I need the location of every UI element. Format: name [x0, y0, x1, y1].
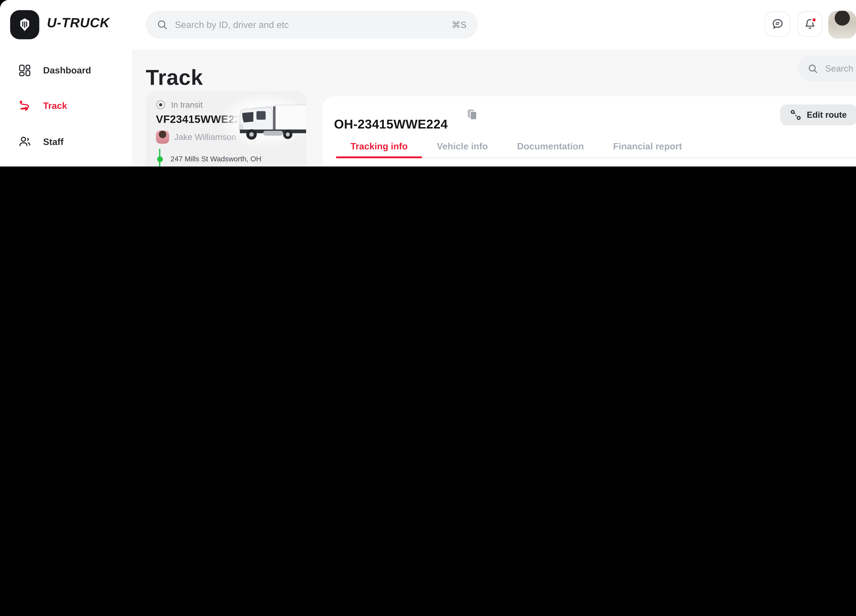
notification-dot — [811, 17, 817, 23]
shipment-detail-panel: OH-23415WWE224 Edit route — [323, 96, 856, 166]
detail-tabs: Tracking info Vehicle info Documentation… — [336, 134, 697, 158]
track-search[interactable] — [798, 55, 856, 81]
chat-bubble-icon — [771, 18, 784, 31]
search-icon — [808, 64, 818, 73]
detail-shipment-id: OH-23415WWE224 — [334, 117, 448, 131]
brand-logo[interactable] — [10, 10, 39, 39]
sidebar-item-warehouses[interactable]: Warehouses — [0, 165, 132, 166]
staff-icon — [18, 135, 32, 149]
shield-icon — [17, 17, 32, 32]
top-bar: U-TRUCK ⌘S — [0, 0, 856, 49]
sidebar-item-label: Track — [43, 101, 67, 111]
sidebar-item-label: Dashboard — [43, 65, 91, 75]
notifications-button[interactable] — [797, 11, 823, 37]
edit-route-label: Edit route — [807, 110, 847, 120]
main-content: Track In transit VF23415WWE224 — [132, 49, 856, 166]
tab-tracking-info[interactable]: Tracking info — [336, 134, 422, 158]
user-avatar[interactable] — [828, 11, 856, 39]
stop: 98 Spring Valley Rd Crown City, OH — [157, 165, 296, 166]
sidebar-item-dashboard[interactable]: Dashboard — [0, 58, 132, 83]
track-search-input[interactable] — [824, 63, 856, 74]
route-icon — [18, 99, 32, 112]
stop-dot — [157, 156, 163, 162]
sidebar: Dashboard Track Staff Warehouses — [0, 49, 132, 166]
dashboard-icon — [18, 63, 32, 77]
tab-vehicle-info[interactable]: Vehicle info — [422, 134, 502, 158]
edit-route-button[interactable]: Edit route — [780, 104, 856, 125]
driver-avatar — [156, 131, 169, 144]
stops-list: 247 Mills St Wadsworth, OH 98 Spring Val… — [156, 153, 296, 166]
copy-icon — [467, 109, 477, 120]
app-window: U-TRUCK ⌘S — [0, 0, 856, 166]
tab-documentation[interactable]: Documentation — [502, 134, 599, 158]
search-shortcut: ⌘S — [452, 20, 466, 30]
tab-financial-report[interactable]: Financial report — [599, 134, 697, 158]
edit-route-icon — [790, 109, 801, 120]
stop: 247 Mills St Wadsworth, OH — [157, 153, 296, 165]
page-title: Track — [146, 65, 203, 90]
sidebar-item-staff[interactable]: Staff — [0, 129, 132, 155]
status-radio-icon — [156, 100, 166, 109]
sidebar-item-label: Staff — [43, 137, 63, 147]
global-search[interactable]: ⌘S — [146, 11, 478, 39]
copy-id-button[interactable] — [467, 109, 477, 122]
global-search-input[interactable] — [174, 19, 445, 31]
shipment-status: In transit — [171, 100, 203, 109]
messages-button[interactable] — [765, 11, 790, 37]
brand-name: U-TRUCK — [47, 15, 110, 31]
truck-image — [229, 101, 306, 142]
sidebar-item-track[interactable]: Track — [0, 93, 132, 118]
search-icon — [157, 20, 167, 30]
shipment-card-vf23415wwe224[interactable]: In transit VF23415WWE224 Jake Williamson… — [146, 91, 306, 166]
shipment-list: In transit VF23415WWE224 Jake Williamson… — [146, 91, 306, 166]
